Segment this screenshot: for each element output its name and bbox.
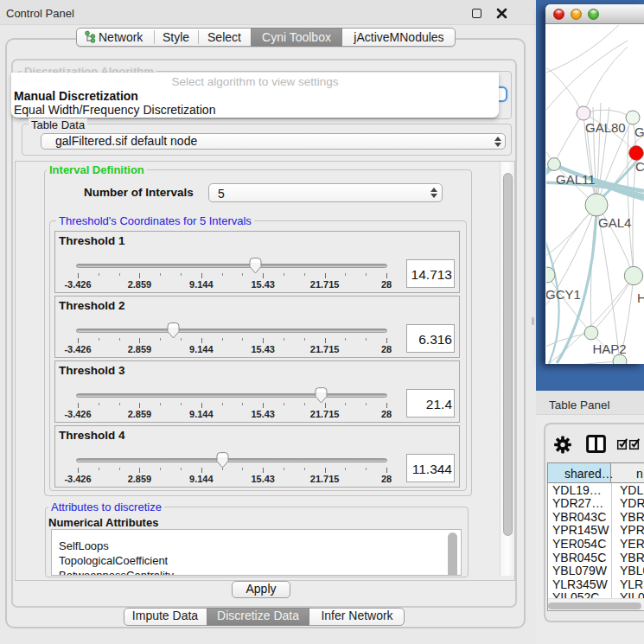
svg-text:GAL4: GAL4 — [598, 215, 631, 230]
svg-text:GCY1: GCY1 — [546, 287, 581, 302]
svg-text:GAL11: GAL11 — [556, 172, 596, 187]
svg-text:GA: GA — [634, 124, 644, 139]
svg-text:H: H — [637, 290, 644, 305]
svg-text:HAP2: HAP2 — [593, 341, 627, 356]
svg-text:C: C — [635, 159, 644, 174]
svg-text:GAL80: GAL80 — [585, 120, 626, 135]
